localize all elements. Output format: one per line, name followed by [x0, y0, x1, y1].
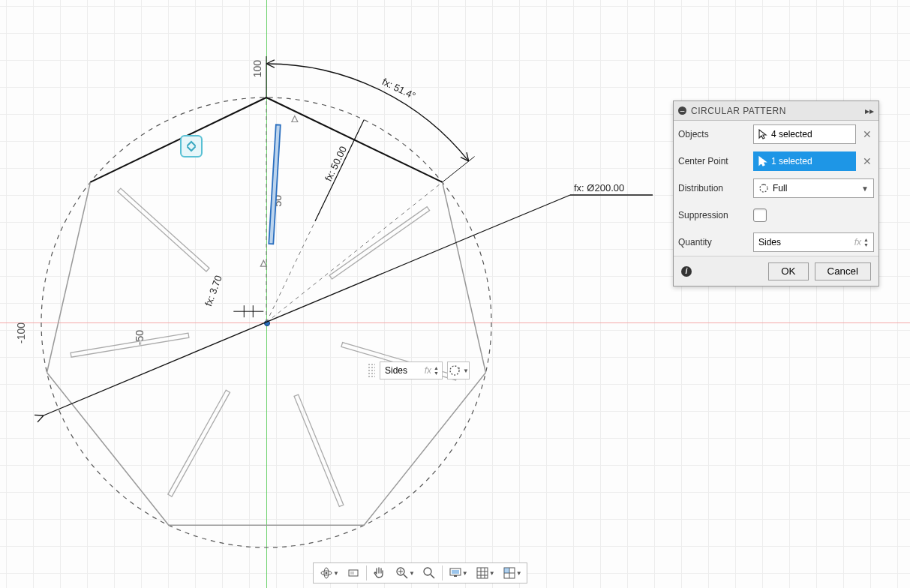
quantity-spinner[interactable]: ▲▼ — [434, 365, 439, 376]
quantity-label: Quantity — [678, 237, 753, 248]
clear-objects-button[interactable]: ✕ — [860, 128, 874, 140]
circular-pattern-panel: – CIRCULAR PATTERN ▸▸ Objects 4 selected… — [673, 100, 879, 286]
svg-line-19 — [443, 157, 475, 182]
suppression-label: Suppression — [678, 210, 753, 220]
svg-rect-56 — [504, 568, 509, 573]
svg-text:fx: Ø200.00: fx: Ø200.00 — [574, 182, 624, 194]
sketch-canvas[interactable]: -100 100 50 -50 fx: 51.4°fx: Ø200.00fx: … — [0, 0, 910, 588]
look-at-button[interactable] — [342, 563, 365, 583]
center-selection-button[interactable]: 1 selected — [753, 152, 856, 171]
svg-text:fx: 50.00: fx: 50.00 — [323, 145, 349, 183]
svg-marker-12 — [168, 390, 230, 496]
svg-line-25 — [315, 120, 364, 221]
quantity-input[interactable]: Sides fx ▲▼ — [753, 232, 874, 252]
axis-label-x-neg: -100 — [15, 322, 27, 344]
objects-selection-button[interactable]: 4 selected — [753, 124, 856, 144]
axis-x — [0, 322, 910, 323]
svg-rect-38 — [350, 572, 354, 574]
distribution-label: Distribution — [678, 183, 753, 194]
axis-y — [266, 0, 267, 588]
pattern-direction-button[interactable]: ▼ — [447, 362, 470, 380]
quantity-panel-spinner[interactable]: ▲▼ — [863, 237, 869, 248]
svg-point-31 — [450, 366, 459, 375]
axis-label-y-half: 50 — [272, 195, 284, 207]
ok-button[interactable]: OK — [768, 262, 808, 280]
cursor-icon — [758, 156, 767, 166]
svg-marker-14 — [118, 188, 209, 272]
svg-rect-46 — [452, 570, 459, 574]
center-label: Center Point — [678, 156, 753, 166]
svg-line-7 — [90, 98, 266, 182]
axis-label-y-pos: 100 — [251, 60, 263, 77]
svg-marker-11 — [294, 394, 344, 506]
svg-marker-8 — [269, 124, 281, 244]
full-icon — [758, 183, 769, 194]
cancel-button[interactable]: Cancel — [815, 262, 872, 280]
fx-icon: fx — [425, 365, 431, 376]
quantity-mini-input[interactable]: Sides fx ▲▼ — [380, 362, 443, 380]
drag-handle[interactable] — [368, 363, 375, 378]
svg-line-16 — [266, 182, 443, 322]
view-toggle-button[interactable] — [180, 135, 203, 158]
panel-header[interactable]: – CIRCULAR PATTERN ▸▸ — [674, 101, 878, 121]
svg-line-6 — [47, 182, 91, 373]
navigation-toolbar: ▼ ▼ ▼ ▼ ▼ — [313, 562, 527, 584]
svg-line-3 — [364, 373, 485, 526]
svg-point-43 — [424, 568, 431, 575]
svg-point-36 — [326, 572, 328, 574]
svg-line-22 — [480, 195, 570, 232]
sketch-svg: fx: 51.4°fx: Ø200.00fx: 50.00fx: 3.70 — [0, 0, 910, 588]
svg-rect-48 — [477, 568, 488, 578]
svg-line-2 — [443, 182, 486, 373]
svg-line-40 — [404, 574, 407, 578]
objects-count: 4 selected — [771, 129, 812, 140]
origin-point[interactable] — [264, 320, 270, 326]
panel-title: CIRCULAR PATTERN — [691, 106, 786, 116]
svg-text:fx: 51.4°: fx: 51.4° — [380, 76, 418, 101]
clear-center-button[interactable]: ✕ — [860, 155, 874, 167]
svg-marker-13 — [71, 333, 189, 357]
axis-label-x-half-neg: -50 — [134, 330, 146, 345]
collapse-icon[interactable]: – — [678, 106, 686, 115]
svg-point-33 — [763, 184, 764, 185]
svg-rect-47 — [454, 575, 457, 577]
floating-quantity-editor[interactable]: Sides fx ▲▼ ▼ — [368, 360, 470, 381]
svg-line-44 — [431, 574, 434, 578]
panel-snap-icon[interactable]: ▸▸ — [865, 106, 874, 116]
svg-line-5 — [47, 373, 169, 526]
objects-label: Objects — [678, 129, 753, 140]
distribution-dropdown[interactable]: Full ▼ — [753, 178, 874, 198]
quantity-value: Sides — [758, 237, 781, 248]
svg-line-17 — [266, 130, 359, 322]
distribution-value: Full — [773, 183, 787, 194]
svg-line-21 — [44, 232, 480, 416]
quantity-mini-value: Sides — [385, 365, 407, 376]
svg-line-1 — [266, 98, 443, 182]
svg-point-32 — [760, 184, 767, 192]
pan-button[interactable] — [368, 563, 391, 583]
cursor-icon — [758, 129, 767, 140]
fit-button[interactable] — [418, 563, 440, 583]
suppression-checkbox[interactable] — [753, 208, 767, 222]
center-count: 1 selected — [771, 156, 812, 166]
svg-marker-9 — [329, 207, 429, 279]
svg-text:fx: 3.70: fx: 3.70 — [203, 274, 224, 308]
info-icon[interactable]: i — [681, 266, 692, 277]
fx-icon: fx — [854, 237, 861, 248]
